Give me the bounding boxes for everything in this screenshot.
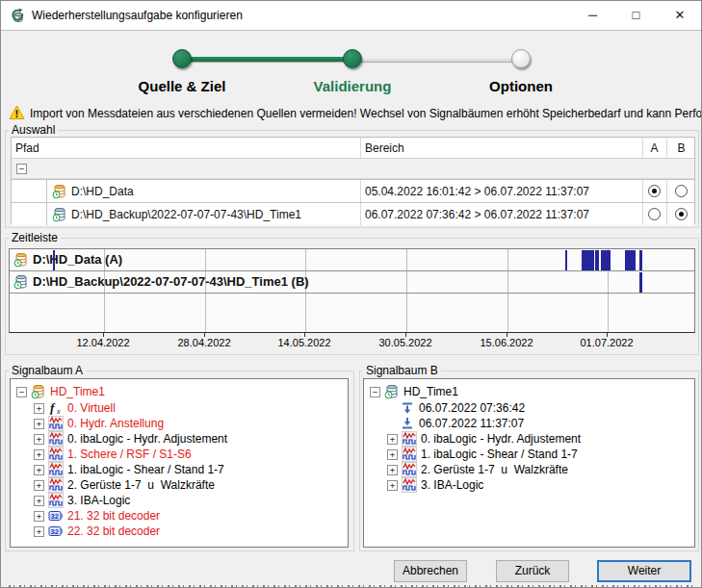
svg-text:32: 32 <box>51 512 59 521</box>
axis-tick-label: 01.07.2022 <box>563 337 650 348</box>
wave-icon <box>402 477 417 493</box>
collapse-icon[interactable]: − <box>16 164 27 174</box>
tree-item[interactable]: + 1. ibaLogic - Shear / Stand 1-7 <box>11 462 224 477</box>
expand-icon[interactable]: + <box>387 480 398 491</box>
tree-item-label: 22. 32 bit decoder <box>67 524 160 538</box>
timeline-row-label: D:\HD_Data (A) <box>33 249 122 270</box>
selection-group-row: − <box>12 159 694 179</box>
signal-tree-b-label: Signalbaum B <box>363 364 441 377</box>
expand-icon[interactable]: + <box>34 419 44 429</box>
expand-icon[interactable]: + <box>34 449 44 460</box>
tree-item[interactable]: 06.07.2022 07:36:42 <box>364 400 525 416</box>
expand-icon[interactable]: + <box>34 434 44 445</box>
tree-item[interactable]: + 2. Gerüste 1-7 u Walzkräfte <box>11 477 215 493</box>
signal-tree-a[interactable]: − HD_Time1+ f x 0. Virtuell+ 0. Hydr. An… <box>10 378 349 548</box>
tree-root-item[interactable]: − HD_Time1 <box>11 384 346 399</box>
wizard-step-label-source: Quelle & Ziel <box>105 78 259 94</box>
dec32-icon: 32 <box>48 508 64 524</box>
close-icon[interactable]: ✕ <box>658 1 702 30</box>
wave-icon <box>48 416 64 431</box>
timeline-data-mark <box>639 250 642 270</box>
tree-item[interactable]: + 32 21. 32 bit decoder <box>11 508 160 524</box>
timeline-panel: D:\HD_Data (A) D:\HD_Backup\2022-07-07-0… <box>9 248 695 333</box>
tree-item[interactable]: + 1. ibaLogic - Shear / Stand 1-7 <box>364 447 578 462</box>
wave-icon <box>48 462 64 477</box>
expand-icon[interactable]: + <box>34 480 44 491</box>
wizard-step-dot-options <box>511 49 531 68</box>
next-button[interactable]: Weiter <box>597 560 691 582</box>
tree-item-label: 06.07.2022 07:36:42 <box>419 401 525 415</box>
expand-icon[interactable]: + <box>387 465 398 475</box>
titlebar: Wiederherstellungsaufgabe konfigurieren … <box>1 1 701 31</box>
tree-item[interactable]: 06.07.2022 11:37:07 <box>364 416 524 431</box>
wave-icon <box>48 493 64 508</box>
radio-a[interactable] <box>648 208 661 220</box>
tree-item[interactable]: + 0. ibaLogic - Hydr. Adjustement <box>364 431 581 447</box>
column-header-a: A <box>642 138 666 159</box>
tree-item[interactable]: + 0. Hydr. Anstellung <box>11 416 164 431</box>
timeline-data-mark <box>625 250 636 270</box>
signal-tree-b[interactable]: − HD_Time1 06.07.2022 07:36:42 06.07.202… <box>363 378 695 548</box>
tree-item[interactable]: + 3. IBA-Logic <box>11 493 130 508</box>
timeline-axis: 12.04.202228.04.202214.05.202230.05.2022… <box>9 335 695 350</box>
wizard-step-dot-source <box>172 49 192 68</box>
radio-b[interactable] <box>675 185 688 197</box>
maximize-icon[interactable]: □ <box>614 1 658 30</box>
column-header-bereich: Bereich <box>365 138 404 159</box>
timeline-row-label: D:\HD_Backup\2022-07-07-07-43\HD_Time1 (… <box>33 271 309 293</box>
restore-task-dialog: Wiederherstellungsaufgabe konfigurieren … <box>0 0 702 588</box>
wave-icon <box>402 462 417 477</box>
expand-icon[interactable]: + <box>387 434 398 445</box>
tree-item-label: 0. ibaLogic - Hydr. Adjustement <box>421 432 581 446</box>
wizard-step-dot-validation <box>343 49 362 68</box>
window-title: Wiederherstellungsaufgabe konfigurieren <box>32 1 243 31</box>
tree-root-item[interactable]: − HD_Time1 <box>364 384 692 399</box>
tree-item[interactable]: + 2. Gerüste 1-7 u Walzkräfte <box>364 462 568 477</box>
wave-icon <box>48 477 64 493</box>
selection-table-row[interactable]: D:\HD_Backup\2022-07-07-07-43\HD_Time1 0… <box>12 202 694 225</box>
timeline-data-mark <box>639 272 642 293</box>
selection-table-row[interactable]: D:\HD_Data 05.04.2022 16:01:42 > 06.07.2… <box>12 179 694 202</box>
tree-item[interactable]: + 1. Schere / RSF / S1-S6 <box>11 447 192 462</box>
tree-item[interactable]: + 3. IBA-Logic <box>364 477 483 493</box>
collapse-icon[interactable]: − <box>370 387 380 397</box>
axis-tick-label: 15.06.2022 <box>463 337 550 348</box>
wizard-track-todo <box>352 57 521 62</box>
axis-tick-label: 30.05.2022 <box>362 337 449 348</box>
hd-store-green-icon <box>52 207 67 222</box>
tree-item-label: 21. 32 bit decoder <box>67 509 160 523</box>
timeline-group-label: Zeitleiste <box>9 231 61 244</box>
hd-store-green-icon <box>13 274 29 290</box>
svg-text:f: f <box>50 400 56 415</box>
restore-task-icon <box>10 8 26 24</box>
tree-item-label: 3. IBA-Logic <box>421 478 483 492</box>
tree-item[interactable]: + f x 0. Virtuell <box>11 400 116 416</box>
hd-store-orange-icon <box>52 184 67 199</box>
tree-item-label: 2. Gerüste 1-7 u Walzkräfte <box>421 463 568 476</box>
expand-icon[interactable]: + <box>34 403 44 414</box>
tree-item[interactable]: + 0. ibaLogic - Hydr. Adjustement <box>11 431 227 447</box>
hd-store-green-icon <box>384 384 400 399</box>
expand-icon[interactable]: + <box>34 526 44 537</box>
minimize-icon[interactable]: ─ <box>571 1 614 30</box>
selection-table: Pfad Bereich A B − D:\HD_Data 05.04.2022… <box>11 137 695 224</box>
tree-item-label: 1. ibaLogic - Shear / Stand 1-7 <box>67 463 224 476</box>
tree-item[interactable]: + 32 22. 32 bit decoder <box>11 524 160 539</box>
radio-a[interactable] <box>648 185 661 197</box>
row-range: 05.04.2022 16:01:42 > 06.07.2022 11:37:0… <box>365 180 589 203</box>
warning-icon <box>9 105 25 120</box>
expand-icon[interactable]: + <box>387 449 398 460</box>
collapse-icon[interactable]: − <box>16 387 27 397</box>
svg-text:x: x <box>56 407 61 416</box>
back-button[interactable]: Zurück <box>496 560 569 582</box>
expand-icon[interactable]: + <box>34 465 44 475</box>
cancel-button[interactable]: Abbrechen <box>394 560 467 582</box>
radio-b[interactable] <box>675 208 688 220</box>
tree-item-label: 0. ibaLogic - Hydr. Adjustement <box>67 432 227 446</box>
expand-icon[interactable]: + <box>34 496 44 506</box>
svg-text:32: 32 <box>51 527 59 536</box>
time-end-icon <box>400 416 415 431</box>
expand-icon[interactable]: + <box>34 511 44 522</box>
wave-icon <box>402 447 417 462</box>
hd-store-orange-icon <box>31 384 46 399</box>
